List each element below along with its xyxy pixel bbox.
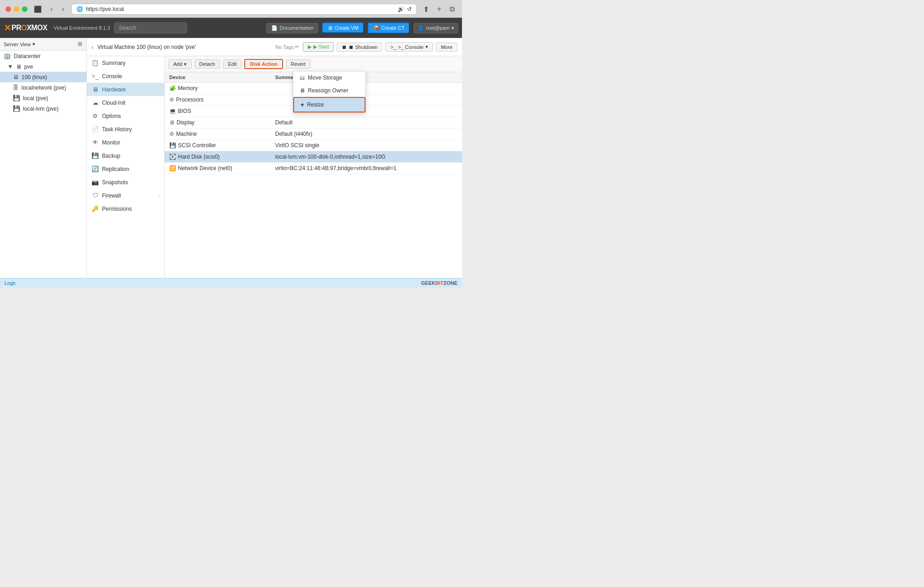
disk-action-dropdown: 🗂 Move Storage 🖥 Reassign Owner + Resize <box>293 71 366 113</box>
move-storage-icon: 🗂 <box>300 75 305 81</box>
table-row[interactable]: 💽Hard Disk (scsi0)local-lvm:vm-100-disk-… <box>165 151 462 163</box>
more-button[interactable]: More <box>436 43 457 52</box>
user-button[interactable]: 👤 root@pam ▾ <box>414 23 458 33</box>
table-row[interactable]: ⚙MachineDefault (i440fx) <box>165 128 462 140</box>
revert-button[interactable]: Revert <box>286 59 311 69</box>
create-vm-button[interactable]: 🖥 Create VM <box>322 22 364 33</box>
close-button[interactable] <box>5 6 11 12</box>
sidebar-item-local[interactable]: 💾 local (pve) <box>0 93 86 103</box>
vm-back-button[interactable]: ‹ <box>91 43 94 51</box>
sidebar-item-localnetwork[interactable]: 🗄 localnetwork (pve) <box>0 82 86 93</box>
edit-tags-icon[interactable]: ✏ <box>295 44 299 50</box>
device-cell: ⚙Processors <box>165 94 270 106</box>
sidebar-item-pve[interactable]: ▼ 🖥 pve <box>0 61 86 72</box>
traffic-lights <box>5 6 27 12</box>
row-icon: 💾 <box>169 142 176 149</box>
logs-label[interactable]: Logs <box>5 280 16 286</box>
device-cell: 🧩Memory <box>165 83 270 94</box>
back-button[interactable]: ‹ <box>48 4 55 14</box>
device-cell: 💻BIOS <box>165 106 270 117</box>
add-tab-button[interactable]: + <box>435 4 443 14</box>
vm-title: Virtual Machine 100 (linux) on node 'pve… <box>97 44 272 50</box>
tab-overview-button[interactable]: ⧉ <box>448 4 457 14</box>
edit-button[interactable]: Edit <box>223 59 242 69</box>
sidebar-item-vm-100[interactable]: 🖥 100 (linux) <box>0 72 86 82</box>
console-button[interactable]: >_ >_ Console ▾ <box>385 42 433 52</box>
content-area: ‹ Virtual Machine 100 (linux) on node 'p… <box>87 38 462 278</box>
snapshots-icon: 📷 <box>91 179 99 186</box>
nav-item-firewall[interactable]: 🛡 Firewall › <box>87 189 164 202</box>
server-view-select[interactable]: Server View ▾ <box>4 41 35 47</box>
summary-cell: local-lvm:vm-100-disk-0,iothread=1,size=… <box>270 151 462 163</box>
address-bar[interactable]: 🌐 https://pve.local 🔊 ↺ <box>71 4 417 15</box>
console-icon: >_ <box>390 44 396 50</box>
sidebar-header: Server View ▾ ⚙ <box>0 38 86 51</box>
url-text: https://pve.local <box>86 6 124 12</box>
hardware-toolbar: Add ▾ Detach Edit Disk Action Revert 🗂 M… <box>165 56 462 72</box>
forward-button[interactable]: › <box>59 4 66 14</box>
table-row[interactable]: 🖥DisplayDefault <box>165 117 462 128</box>
table-row[interactable]: 🔀Network Device (net0)virtio=BC:24:11:48… <box>165 163 462 174</box>
pve-icon: 🖥 <box>16 64 21 70</box>
search-input[interactable] <box>114 22 187 33</box>
add-button[interactable]: Add ▾ <box>168 59 192 69</box>
hardware-content: Add ▾ Detach Edit Disk Action Revert 🗂 M… <box>165 56 462 278</box>
nav-item-cloud-init[interactable]: ☁ Cloud-Init <box>87 96 164 109</box>
vm-icon: 🖥 <box>13 74 19 80</box>
reload-icon[interactable]: ↺ <box>407 6 412 12</box>
row-icon: 🧩 <box>169 85 176 91</box>
shutdown-button[interactable]: ⏹ ⏹ Shutdown <box>337 43 382 52</box>
split-pane: 📋 Summary >_ Console 🖥 Hardware ☁ Cloud-… <box>87 56 462 278</box>
minimize-button[interactable] <box>14 6 19 12</box>
nav-item-hardware[interactable]: 🖥 Hardware <box>87 83 164 96</box>
maximize-button[interactable] <box>22 6 27 12</box>
disk-action-button[interactable]: Disk Action <box>244 59 283 69</box>
nav-item-options[interactable]: ⚙ Options <box>87 109 164 123</box>
sidebar-settings-button[interactable]: ⚙ <box>77 41 83 48</box>
share-button[interactable]: ⬆ <box>421 4 431 15</box>
device-cell: 💾SCSI Controller <box>165 140 270 151</box>
table-row[interactable]: 💾SCSI ControllerVirtIO SCSI single <box>165 140 462 151</box>
proxmox-app: ✕ PROXMOX Virtual Environment 8.1.3 📄 Do… <box>0 18 462 288</box>
summary-icon: 📋 <box>91 59 99 66</box>
firewall-icon: 🛡 <box>91 192 99 199</box>
nav-item-snapshots[interactable]: 📷 Snapshots <box>87 176 164 189</box>
sidebar-toggle-button[interactable]: ⬛ <box>32 5 43 14</box>
hardware-icon: 🖥 <box>91 86 99 93</box>
nav-item-monitor[interactable]: 👁 Monitor <box>87 136 164 149</box>
documentation-button[interactable]: 📄 Documentation <box>266 23 318 33</box>
sidebar-item-local-lvm[interactable]: 💾 local-lvm (pve) <box>0 103 86 114</box>
add-dropdown-icon: ▾ <box>184 61 187 67</box>
create-ct-button[interactable]: 📦 Create CT <box>368 22 410 34</box>
network-icon: 🗄 <box>13 84 19 91</box>
task-history-icon: 📄 <box>91 126 99 133</box>
shutdown-icon: ⏹ <box>342 44 347 50</box>
nav-item-backup[interactable]: 💾 Backup <box>87 149 164 162</box>
main-layout: Server View ▾ ⚙ 🏢 Datacenter ▼ 🖥 pve 🖥 1… <box>0 38 462 278</box>
detach-button[interactable]: Detach <box>194 59 220 69</box>
doc-icon: 📄 <box>271 25 278 31</box>
sidebar: Server View ▾ ⚙ 🏢 Datacenter ▼ 🖥 pve 🖥 1… <box>0 38 87 278</box>
nav-item-summary[interactable]: 📋 Summary <box>87 56 164 69</box>
row-icon: 💽 <box>169 154 176 160</box>
nav-item-console[interactable]: >_ Console <box>87 69 164 83</box>
lvm-icon: 💾 <box>13 105 20 112</box>
nav-item-permissions[interactable]: 🔑 Permissions <box>87 202 164 215</box>
sidebar-item-datacenter[interactable]: 🏢 Datacenter <box>0 51 86 61</box>
proxmox-logo: ✕ PROXMOX <box>4 22 47 33</box>
ct-icon: 📦 <box>373 25 380 31</box>
nav-item-task-history[interactable]: 📄 Task History <box>87 123 164 136</box>
start-icon: ▶ <box>308 44 312 50</box>
move-storage-item[interactable]: 🗂 Move Storage <box>293 71 365 84</box>
device-cell: 💽Hard Disk (scsi0) <box>165 151 270 163</box>
row-icon: 🔀 <box>169 165 176 171</box>
logo-text: PROXMOX <box>11 24 47 32</box>
nav-item-replication[interactable]: 🔄 Replication <box>87 162 164 176</box>
permissions-icon: 🔑 <box>91 205 99 212</box>
reassign-owner-item[interactable]: 🖥 Reassign Owner <box>293 84 365 97</box>
device-cell: 🖥Display <box>165 117 270 128</box>
chevron-down-icon: ▾ <box>32 41 35 47</box>
start-button[interactable]: ▶ ▶ Start <box>303 42 334 52</box>
resize-item[interactable]: + Resize <box>293 97 365 112</box>
chevron-down-icon: ▾ <box>425 44 428 50</box>
